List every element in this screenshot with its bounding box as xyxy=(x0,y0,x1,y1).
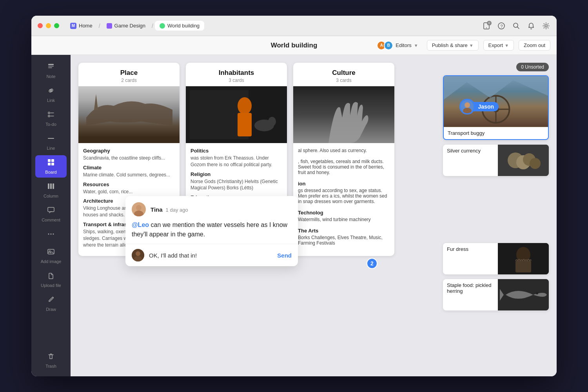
title-bar-actions: 0 ? xyxy=(482,22,550,30)
svg-rect-9 xyxy=(48,67,52,68)
editors-button[interactable]: A B Editors ▼ xyxy=(373,39,422,52)
sidebar-item-more[interactable] xyxy=(35,227,67,243)
tab-home[interactable]: M Home xyxy=(65,21,97,31)
maximize-button[interactable] xyxy=(54,23,59,28)
publish-share-label: Publish & share xyxy=(432,42,468,48)
comment-text: @Leo can we mention the water vessels he… xyxy=(132,220,292,239)
svg-point-24 xyxy=(51,234,52,235)
svg-point-56 xyxy=(136,205,142,211)
column-label: Column xyxy=(44,194,58,198)
sidebar-item-draw[interactable]: Draw xyxy=(35,292,67,315)
minimize-button[interactable] xyxy=(46,23,51,28)
unsorted-card-fur-dress[interactable]: Fur dress xyxy=(443,243,549,274)
tab-game-design-label: Game Design xyxy=(114,23,145,29)
place-resources-text: Water, gold, corn, rice... xyxy=(83,189,175,195)
culture-card-header: Culture 3 cards xyxy=(293,63,394,86)
sidebar-item-add-image[interactable]: Add image xyxy=(35,245,67,267)
comment-author: Tina xyxy=(151,206,163,213)
svg-point-1 xyxy=(486,27,487,28)
svg-point-6 xyxy=(545,25,547,27)
svg-point-53 xyxy=(465,102,470,108)
traffic-lights xyxy=(38,23,59,28)
zoom-out-button[interactable]: Zoom out xyxy=(519,40,550,51)
unsorted-cards: Transport buggy Silver currency xyxy=(443,75,549,176)
svg-rect-21 xyxy=(53,183,54,189)
tablet-icon[interactable]: 0 xyxy=(482,22,491,30)
close-button[interactable] xyxy=(38,23,43,28)
unsorted-card-silver-currency[interactable]: Silver currency xyxy=(443,145,549,176)
sidebar-item-link[interactable]: Link xyxy=(35,83,67,106)
silver-currency-image xyxy=(498,145,549,176)
editors-avatars: A B xyxy=(377,41,393,50)
svg-point-51 xyxy=(536,292,538,294)
note-label: Note xyxy=(46,74,55,79)
fur-dress-label: Fur dress xyxy=(443,243,498,274)
help-icon[interactable]: ? xyxy=(497,22,506,30)
notification-badge: 2 xyxy=(367,258,377,269)
inhabitants-religion-text: Norse Gods (Christianity) Helvits (Genet… xyxy=(191,178,282,192)
tab-separator-2: / xyxy=(152,23,153,29)
tab-home-label: Home xyxy=(79,23,93,29)
bell-icon[interactable] xyxy=(527,22,535,30)
sidebar-item-comment[interactable]: Comment xyxy=(35,203,67,225)
svg-point-46 xyxy=(530,158,541,169)
column-icon xyxy=(47,182,55,192)
svg-rect-8 xyxy=(48,66,54,67)
tab-game-design[interactable]: Game Design xyxy=(102,21,150,31)
sidebar-item-column[interactable]: Column xyxy=(35,179,67,201)
unsorted-bottom-cards: Fur dress Staple food: pickled her xyxy=(443,243,549,310)
sidebar-item-board[interactable]: Board xyxy=(35,155,67,178)
transport-buggy-label: Transport buggy xyxy=(444,127,548,139)
sidebar-item-upload-file[interactable]: Upload file xyxy=(35,269,67,291)
tab-world-building-label: World building xyxy=(167,23,200,29)
board-label: Board xyxy=(45,170,56,174)
culture-technolog-title: Technolog xyxy=(298,210,390,216)
jason-cursor: Jason xyxy=(459,99,499,114)
header-actions: A B Editors ▼ Publish & share ▼ Export ▼… xyxy=(373,39,550,52)
culture-technolog-text: Watermills, wind turbine machinery xyxy=(298,217,390,222)
send-button[interactable]: Send xyxy=(277,252,292,259)
comment-time: 1 day ago xyxy=(166,207,188,213)
sidebar-item-todo[interactable]: To-do xyxy=(35,107,67,130)
place-image xyxy=(78,86,180,143)
culture-card[interactable]: Culture 3 cards xyxy=(293,63,394,256)
unsorted-card-staple-food[interactable]: Staple food: pickled herring xyxy=(443,279,549,310)
culture-title: Culture xyxy=(298,69,390,77)
svg-rect-12 xyxy=(48,115,50,117)
comment-mention: @Leo xyxy=(132,221,149,228)
sidebar-item-note[interactable]: Note xyxy=(35,60,67,82)
reply-input[interactable] xyxy=(149,252,272,259)
todo-icon xyxy=(47,111,55,120)
comment-overlay: Tina 1 day ago @Leo can we mention the w… xyxy=(125,196,298,266)
editors-label: Editors xyxy=(396,42,411,48)
place-count: 2 cards xyxy=(83,78,175,83)
silver-currency-label: Silver currency xyxy=(443,145,498,157)
settings-icon[interactable] xyxy=(542,22,550,30)
reply-avatar xyxy=(132,249,144,261)
inhabitants-count: 3 cards xyxy=(191,78,282,83)
culture-image xyxy=(293,86,394,143)
tina-avatar xyxy=(132,202,146,216)
comment-body: can we mention the water vessels here as… xyxy=(132,221,287,238)
export-label: Export xyxy=(488,42,503,48)
search-icon[interactable] xyxy=(512,22,521,30)
sidebar-item-trash[interactable]: Trash xyxy=(35,349,67,372)
zoom-out-label: Zoom out xyxy=(524,42,545,48)
staple-food-image xyxy=(498,279,549,310)
publish-share-button[interactable]: Publish & share ▼ xyxy=(427,40,479,51)
page-title: World building xyxy=(271,42,318,49)
place-geography-title: Geography xyxy=(83,148,175,154)
header: World building A B Editors ▼ Publish & s… xyxy=(31,36,557,55)
tab-world-building[interactable]: World building xyxy=(155,21,204,31)
culture-count: 3 cards xyxy=(298,78,390,83)
canvas[interactable]: Place 2 cards xyxy=(71,55,557,376)
sidebar-item-line[interactable]: Line xyxy=(35,131,67,154)
export-button[interactable]: Export ▼ xyxy=(483,40,514,51)
line-icon xyxy=(47,134,55,144)
link-icon xyxy=(47,87,55,96)
inhabitants-religion: Religion Norse Gods (Christianity) Helvi… xyxy=(191,171,282,192)
culture-ion-text: gs dressed according to sex, age status.… xyxy=(298,188,390,204)
comment-header: Tina 1 day ago xyxy=(132,202,292,216)
inhabitants-image xyxy=(186,86,287,143)
export-chevron-icon: ▼ xyxy=(505,43,509,48)
